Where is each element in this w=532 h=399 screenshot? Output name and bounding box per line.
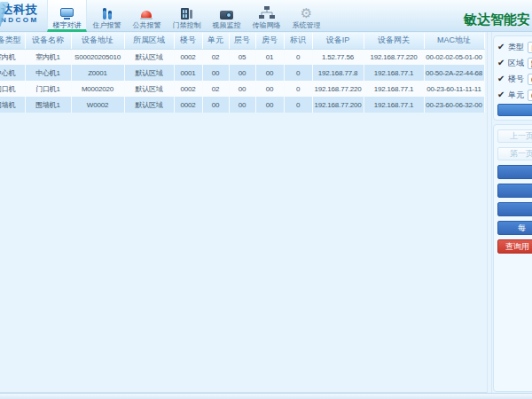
table-cell: 00 [202, 97, 229, 113]
filter-checkbox[interactable]: ✔ [497, 74, 506, 83]
table-row[interactable]: 围墙机围墙机1W0002默认区域00020000000192.168.77.20… [0, 97, 484, 113]
query-button[interactable]: 查询用 [497, 239, 532, 254]
pagination-button[interactable]: 上一页 [497, 129, 532, 143]
table-cell: 05 [229, 49, 255, 65]
table-cell: 中心机 [0, 65, 25, 81]
toolbar-tab[interactable]: 传输网络 [246, 0, 286, 32]
action-button[interactable] [497, 165, 532, 179]
table-cell: 192.168.77.1 [364, 81, 424, 97]
table-cell: 00 [202, 65, 229, 81]
toolbar-tab[interactable]: 视频监控 [207, 0, 246, 32]
table-cell: 0 [284, 81, 312, 97]
table-cell: S00020205010 [71, 49, 124, 65]
column-header[interactable]: 房号 [255, 33, 284, 49]
column-header[interactable]: 设备名称 [25, 33, 71, 49]
table-cell: 默认区域 [124, 97, 174, 113]
intercom-monitor-icon [60, 5, 74, 20]
table-cell: W0002 [71, 97, 124, 113]
gear-icon: ⚙ [301, 5, 312, 20]
toolbar-tab[interactable]: 公共报警 [127, 0, 167, 32]
column-header[interactable]: 单元 [202, 33, 229, 49]
action-button[interactable]: 每 [497, 221, 532, 235]
column-header[interactable]: 所属区域 [124, 33, 174, 49]
filter-select[interactable]: 门口机 [528, 42, 532, 53]
table-cell: 0 [284, 97, 312, 113]
table-row[interactable]: 室内机室内机1S00020205010默认区域000202050101.52.7… [0, 49, 484, 65]
toolbar-tab[interactable]: 楼宇对讲 [47, 0, 87, 32]
actions-group: 上一页第一页每查询用 [493, 124, 532, 392]
filter-row: ✔ 区域 默认区域 [497, 56, 532, 70]
table-cell: 00 [255, 81, 284, 97]
table-cell: 00-23-60-06-32-00 [424, 97, 484, 113]
column-header[interactable]: MAC地址 [424, 33, 484, 49]
pagination-button[interactable]: 第一页 [497, 147, 532, 160]
table-cell: 00-50-2A-22-44-68 [424, 65, 484, 81]
column-header[interactable]: 设备网关 [364, 33, 424, 49]
table-cell: 0002 [174, 97, 202, 113]
video-monitor-icon [220, 5, 233, 20]
table-cell: 00 [229, 81, 255, 97]
filter-row: ✔ 单元 02 [497, 88, 532, 102]
column-header[interactable]: 设备类型 [0, 33, 25, 49]
table-cell: 默认区域 [124, 49, 174, 65]
table-cell: 围墙机1 [25, 97, 71, 113]
filter-row: ✔ 楼号 0002 [497, 72, 532, 86]
table-cell: 02 [202, 49, 229, 65]
company-logo: 达科技 NDCOM [1, 4, 39, 24]
filter-row: ✔ 类型 门口机 [497, 40, 532, 54]
filter-checkbox[interactable]: ✔ [497, 90, 506, 99]
filter-select[interactable]: 0002 [528, 74, 532, 85]
table-cell: 0002 [174, 49, 202, 65]
table-body: 室内机室内机1S00020205010默认区域000202050101.52.7… [0, 49, 484, 113]
table-cell: 门口机 [0, 81, 25, 97]
table-cell: 192.168.77.8 [312, 65, 364, 81]
table-cell: 01 [255, 49, 284, 65]
filter-select[interactable]: 02 [528, 90, 532, 101]
toolbar: 达科技 NDCOM 楼宇对讲 住户报警 公共报警 门禁控制 视频监控 传输网络 … [0, 0, 532, 32]
toolbar-tabs: 楼宇对讲 住户报警 公共报警 门禁控制 视频监控 传输网络 ⚙ 系统管理 [47, 0, 326, 32]
filter-select[interactable]: 默认区域 [528, 58, 532, 69]
toolbar-tab[interactable]: ⚙ 系统管理 [286, 0, 326, 32]
filter-checkbox[interactable]: ✔ [497, 59, 506, 67]
side-panel: ✔ 类型 门口机 ✔ 区域 默认区域 ✔ 楼号 0002 ✔ 单元 02 上一页… [493, 35, 532, 392]
filter-label: 类型 [508, 42, 526, 53]
network-icon [259, 5, 275, 20]
filter-checkbox[interactable]: ✔ [497, 43, 506, 51]
table-cell: 1.52.77.56 [312, 49, 364, 65]
table-cell: 192.168.77.200 [312, 97, 364, 113]
table-row[interactable]: 门口机门口机1M0002020默认区域00020200000192.168.77… [0, 81, 484, 97]
table-header-row: 设备类型设备名称设备地址所属区域楼号单元层号房号标识设备IP设备网关MAC地址 [0, 33, 484, 49]
status-bar [0, 393, 532, 399]
resident-alarm-icon [103, 5, 112, 20]
table-cell: 0 [284, 65, 312, 81]
table-cell: 门口机1 [25, 81, 71, 97]
toolbar-tab[interactable]: 住户报警 [87, 0, 127, 32]
main-content: 设备类型设备名称设备地址所属区域楼号单元层号房号标识设备IP设备网关MAC地址 … [0, 32, 492, 393]
table-cell: M0002020 [71, 81, 124, 97]
access-control-icon [181, 5, 193, 20]
column-header[interactable]: 设备IP [312, 33, 364, 49]
toolbar-tab[interactable]: 门禁控制 [167, 0, 207, 32]
table-cell: 00-23-60-11-11-11 [424, 81, 484, 97]
action-button[interactable] [497, 202, 532, 216]
filter-label: 楼号 [508, 74, 526, 85]
column-header[interactable]: 层号 [229, 33, 255, 49]
table-cell: 192.168.77.220 [364, 49, 424, 65]
filter-label: 区域 [508, 58, 526, 69]
table-cell: 00 [255, 97, 284, 113]
column-header[interactable]: 标识 [284, 33, 312, 49]
table-row[interactable]: 中心机中心机1Z0001默认区域00010000000192.168.77.81… [0, 65, 484, 81]
table-cell: 00-02-02-05-01-00 [424, 49, 484, 65]
table-cell: 0002 [174, 81, 202, 97]
table-cell: 中心机1 [25, 65, 71, 81]
apply-filter-button[interactable] [497, 104, 532, 116]
column-header[interactable]: 楼号 [174, 33, 202, 49]
table-cell: 室内机 [0, 49, 25, 65]
table-cell: 192.168.77.1 [364, 97, 424, 113]
table-cell: 室内机1 [25, 49, 71, 65]
table-cell: 192.168.77.1 [364, 65, 424, 81]
panel-splitter[interactable] [487, 32, 492, 393]
table-cell: Z0001 [71, 65, 124, 81]
column-header[interactable]: 设备地址 [71, 33, 124, 49]
action-button[interactable] [497, 184, 532, 198]
